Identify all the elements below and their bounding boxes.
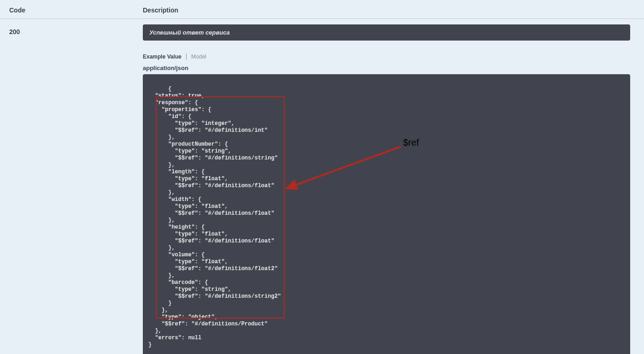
response-code: 200 <box>9 24 143 354</box>
response-row: 200 Успешный ответ сервиса Example Value… <box>0 19 644 354</box>
tab-example-value[interactable]: Example Value <box>143 53 181 60</box>
example-tabs: Example Value Model <box>143 53 630 60</box>
responses-table-header: Code Description <box>0 0 644 19</box>
tab-separator <box>186 53 187 60</box>
response-summary-banner: Успешный ответ сервиса <box>143 24 630 41</box>
header-code: Code <box>9 6 143 14</box>
json-body: { "status": true, "response": { "propert… <box>148 86 281 348</box>
response-description-column: Успешный ответ сервиса Example Value Mod… <box>143 24 635 354</box>
content-type-label: application/json <box>143 65 630 71</box>
header-description: Description <box>143 6 635 14</box>
response-example-code[interactable]: { "status": true, "response": { "propert… <box>143 74 630 354</box>
tab-model[interactable]: Model <box>191 53 206 60</box>
